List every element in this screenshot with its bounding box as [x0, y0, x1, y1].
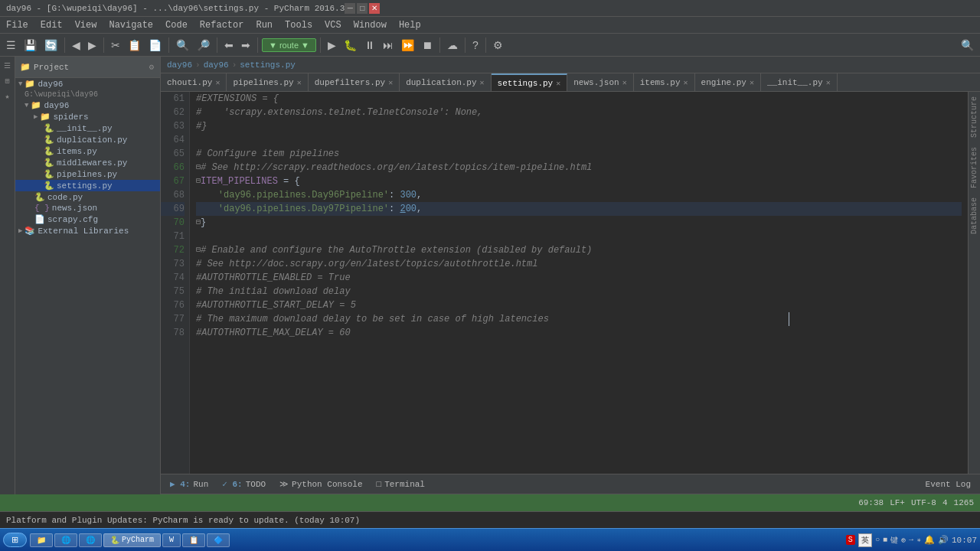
tab-engine-py[interactable]: engine.py ✕ — [695, 73, 761, 91]
tab-close-icon[interactable]: ✕ — [750, 78, 754, 87]
ime-plus[interactable]: ⊕ — [901, 536, 906, 545]
bottom-tab-event-log[interactable]: Event Log — [920, 478, 977, 491]
forward-btn[interactable]: ▶ — [85, 36, 100, 54]
tree-code-py[interactable]: 🐍 code.py — [15, 191, 160, 203]
tab-pipelines-py[interactable]: pipelines.py ✕ — [227, 73, 308, 91]
search-btn[interactable]: 🔍 — [173, 36, 192, 54]
menu-navigate[interactable]: Navigate — [103, 17, 159, 33]
tree-middlewares-py[interactable]: 🐍 middlewares.py — [15, 157, 160, 168]
tab-close-icon[interactable]: ✕ — [826, 78, 831, 87]
tab-items-py[interactable]: items.py ✕ — [634, 73, 695, 91]
code-editor[interactable]: 61 62 63 64 65 66 67 68 69 70 71 72 73 7… — [161, 92, 968, 474]
stop-btn[interactable]: ⏹ — [419, 36, 436, 54]
tab-duplication-py[interactable]: duplication.py ✕ — [400, 73, 491, 91]
taskbar-icon-3[interactable]: 🌐 — [79, 533, 102, 547]
ime-key[interactable]: 键 — [890, 535, 898, 546]
sync-btn[interactable]: 🔄 — [41, 36, 60, 54]
close-button[interactable]: ✕ — [369, 3, 380, 14]
nav-prev-btn[interactable]: ⬅ — [221, 36, 237, 54]
taskbar-word[interactable]: W — [162, 533, 181, 547]
menu-refactor[interactable]: Refactor — [194, 17, 250, 33]
menu-run[interactable]: Run — [250, 17, 279, 33]
ime-en[interactable]: 英 — [858, 533, 872, 547]
tree-init-py[interactable]: 🐍 __init__.py — [15, 122, 160, 134]
taskbar-extra2[interactable]: 🔷 — [207, 533, 230, 547]
tree-root-day96[interactable]: ▼ 📁 day96 — [15, 78, 160, 90]
cut-btn[interactable]: ✂ — [108, 36, 123, 54]
debug-btn[interactable]: 🐛 — [341, 36, 360, 54]
ime-s[interactable]: S — [846, 535, 855, 545]
paste-btn[interactable]: 📄 — [145, 36, 165, 54]
tree-pipelines-py[interactable]: 🐍 pipelines.py — [15, 168, 160, 180]
run-btn[interactable]: ▶ — [325, 36, 339, 54]
tree-duplication-py[interactable]: 🐍 duplication.py — [15, 134, 160, 145]
nav-next-btn[interactable]: ➡ — [238, 36, 253, 54]
taskbar-extra[interactable]: 📋 — [182, 533, 205, 547]
ime-circle[interactable]: ○ — [875, 536, 880, 544]
tab-close-icon[interactable]: ✕ — [556, 79, 560, 88]
copy-btn[interactable]: 📋 — [125, 36, 144, 54]
project-btn[interactable]: ☰ — [3, 36, 19, 54]
bottom-tab-run[interactable]: ▶ 4: Run — [164, 478, 214, 491]
step-over-btn[interactable]: ⏭ — [380, 36, 397, 54]
ime-star[interactable]: ∗ — [916, 536, 921, 545]
tab-close-icon[interactable]: ✕ — [388, 78, 393, 87]
structure-label[interactable]: Structure — [969, 92, 980, 142]
taskbar-icon-2[interactable]: 🌐 — [54, 533, 77, 547]
taskbar-icon-1[interactable]: 📁 — [30, 533, 53, 547]
breadcrumb-item-2[interactable]: day96 — [204, 60, 229, 70]
menu-file[interactable]: File — [0, 17, 34, 33]
minimize-button[interactable]: ─ — [345, 3, 355, 14]
tree-day96-sub[interactable]: ▼ 📁 day96 — [15, 99, 160, 111]
code-content[interactable]: #EXTENSIONS = { # 'scrapy.extensions.tel… — [190, 92, 968, 474]
tab-close-icon[interactable]: ✕ — [297, 78, 302, 87]
tab-init-py[interactable]: __init__.py ✕ — [761, 73, 838, 91]
tab-close-icon[interactable]: ✕ — [480, 78, 485, 87]
help-btn[interactable]: ? — [469, 36, 482, 54]
tab-close-icon[interactable]: ✕ — [215, 78, 220, 87]
tree-external-libraries[interactable]: ▶ 📚 External Libraries — [15, 225, 160, 236]
bottom-tab-python-console[interactable]: ≫ Python Console — [273, 478, 368, 491]
start-button[interactable]: ⊞ — [3, 533, 27, 547]
menu-edit[interactable]: Edit — [34, 17, 69, 33]
menu-vcs[interactable]: VCS — [318, 17, 348, 33]
back-btn[interactable]: ◀ — [69, 36, 83, 54]
menu-tools[interactable]: Tools — [279, 17, 318, 33]
sdk-btn[interactable]: ⚙ — [490, 36, 506, 54]
toggle-bp-btn[interactable]: ⏸ — [361, 36, 378, 54]
favorites-label[interactable]: Favorites — [969, 142, 980, 193]
breadcrumb-item-1[interactable]: day96 — [167, 60, 192, 70]
database-label[interactable]: Database — [969, 193, 980, 239]
breadcrumb-item-3[interactable]: settings.py — [240, 60, 296, 70]
ime-dot[interactable]: ■ — [883, 536, 887, 544]
tab-news-json[interactable]: news.json ✕ — [567, 73, 633, 91]
run-to-btn[interactable]: ⏩ — [398, 36, 417, 54]
tree-settings-py[interactable]: 🐍 settings.py — [15, 180, 160, 191]
bottom-tab-todo[interactable]: ✓ 6: TODO — [216, 478, 272, 491]
ime-arrow[interactable]: → — [909, 536, 913, 544]
tab-close-icon[interactable]: ✕ — [684, 78, 688, 87]
maximize-button[interactable]: □ — [357, 3, 368, 14]
taskbar-pycharm[interactable]: 🐍 PyCharm — [103, 533, 161, 547]
menu-help[interactable]: Help — [393, 17, 427, 33]
activity-project[interactable]: ☰ — [0, 58, 15, 73]
run-config-btn[interactable]: ▼ route ▼ — [262, 38, 316, 52]
tab-dupefilters-py[interactable]: dupefilters.py ✕ — [309, 73, 400, 91]
find-btn[interactable]: 🔎 — [194, 36, 213, 54]
search-everywhere-btn[interactable]: 🔍 — [958, 36, 977, 54]
tree-items-py[interactable]: 🐍 items.py — [15, 145, 160, 157]
tree-spiders[interactable]: ▶ 📁 spiders — [15, 111, 160, 122]
menu-code[interactable]: Code — [159, 17, 194, 33]
project-settings-icon[interactable]: ⚙ — [147, 59, 155, 75]
tab-settings-py[interactable]: settings.py ✕ — [492, 73, 568, 91]
save-btn[interactable]: 💾 — [21, 36, 40, 54]
bottom-tab-terminal[interactable]: □ Terminal — [371, 478, 431, 491]
tab-chouti-py[interactable]: chouti.py ✕ — [161, 73, 227, 91]
activity-favorites[interactable]: ★ — [0, 89, 15, 104]
tree-news-json[interactable]: { } news.json — [15, 203, 160, 214]
tab-close-icon[interactable]: ✕ — [622, 78, 627, 87]
activity-structure[interactable]: ⊞ — [0, 73, 15, 89]
menu-view[interactable]: View — [69, 17, 103, 33]
menu-window[interactable]: Window — [348, 17, 393, 33]
vcs-btn[interactable]: ☁ — [444, 36, 461, 54]
